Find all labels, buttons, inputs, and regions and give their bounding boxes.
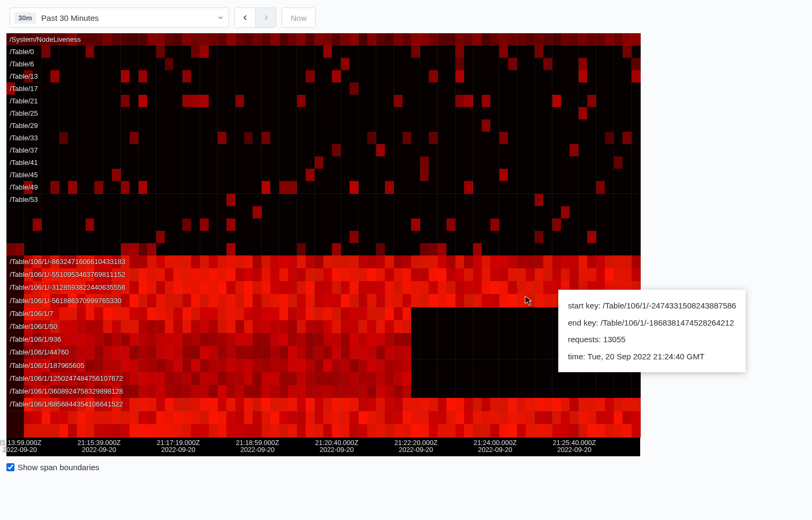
heatmap-cell[interactable] xyxy=(200,385,209,398)
heatmap-cell[interactable] xyxy=(262,70,271,83)
heatmap-cell[interactable] xyxy=(605,372,614,386)
heatmap-cell[interactable] xyxy=(438,307,447,321)
heatmap-cell[interactable] xyxy=(42,372,51,386)
heatmap-cell[interactable] xyxy=(508,33,517,46)
heatmap-cell[interactable] xyxy=(68,82,77,95)
heatmap-cell[interactable] xyxy=(499,333,509,346)
heatmap-cell[interactable] xyxy=(253,206,262,219)
heatmap-cell[interactable] xyxy=(209,359,218,373)
heatmap-cell[interactable] xyxy=(112,385,121,398)
heatmap-cell[interactable] xyxy=(236,218,245,231)
heatmap-cell[interactable] xyxy=(473,294,482,307)
heatmap-cell[interactable] xyxy=(464,346,473,359)
heatmap-cell[interactable] xyxy=(323,144,332,157)
heatmap-cell[interactable] xyxy=(15,243,24,256)
heatmap-cell[interactable] xyxy=(86,294,95,307)
heatmap-cell[interactable] xyxy=(315,33,324,46)
heatmap-cell[interactable] xyxy=(112,156,121,169)
heatmap-cell[interactable] xyxy=(490,169,499,182)
heatmap-cell[interactable] xyxy=(632,218,641,231)
heatmap-cell[interactable] xyxy=(464,70,473,83)
heatmap-cell[interactable] xyxy=(552,194,561,207)
heatmap-cell[interactable] xyxy=(632,58,641,71)
heatmap-cell[interactable] xyxy=(94,46,103,58)
heatmap-cell[interactable] xyxy=(456,95,465,108)
heatmap-cell[interactable] xyxy=(411,206,420,219)
heatmap-cell[interactable] xyxy=(526,281,535,295)
heatmap-cell[interactable] xyxy=(596,194,605,207)
heatmap-cell[interactable] xyxy=(508,346,517,359)
heatmap-cell[interactable] xyxy=(130,281,139,295)
heatmap-cell[interactable] xyxy=(77,231,86,244)
heatmap-cell[interactable] xyxy=(473,46,482,58)
heatmap-cell[interactable] xyxy=(183,320,192,334)
heatmap-cell[interactable] xyxy=(279,281,289,295)
heatmap-cell[interactable] xyxy=(33,294,42,307)
heatmap-cell[interactable] xyxy=(632,156,641,169)
heatmap-cell[interactable] xyxy=(130,268,139,282)
heatmap-cell[interactable] xyxy=(332,243,341,256)
heatmap-cell[interactable] xyxy=(165,385,174,398)
heatmap-cell[interactable] xyxy=(341,307,350,321)
heatmap-cell[interactable] xyxy=(332,372,341,386)
heatmap-cell[interactable] xyxy=(341,385,350,398)
heatmap-cell[interactable] xyxy=(341,169,350,182)
heatmap-cell[interactable] xyxy=(209,372,218,386)
heatmap-cell[interactable] xyxy=(623,132,632,145)
heatmap-cell[interactable] xyxy=(438,58,447,71)
heatmap-cell[interactable] xyxy=(543,307,552,321)
heatmap-cell[interactable] xyxy=(367,372,376,386)
heatmap-cell[interactable] xyxy=(173,398,183,411)
heatmap-cell[interactable] xyxy=(499,424,509,438)
heatmap-cell[interactable] xyxy=(587,206,596,219)
heatmap-cell[interactable] xyxy=(103,359,112,373)
heatmap-cell[interactable] xyxy=(385,333,394,346)
heatmap-cell[interactable] xyxy=(165,144,174,157)
heatmap-cell[interactable] xyxy=(253,156,262,169)
heatmap-cell[interactable] xyxy=(543,95,552,108)
heatmap-cell[interactable] xyxy=(456,281,465,295)
heatmap-cell[interactable] xyxy=(429,156,438,169)
heatmap-cell[interactable] xyxy=(270,243,279,256)
heatmap-cell[interactable] xyxy=(543,372,552,386)
heatmap-cell[interactable] xyxy=(350,385,359,398)
heatmap-cell[interactable] xyxy=(543,268,552,282)
heatmap-cell[interactable] xyxy=(376,268,385,282)
heatmap-cell[interactable] xyxy=(191,372,200,386)
heatmap-cell[interactable] xyxy=(130,372,139,386)
heatmap-cell[interactable] xyxy=(394,372,403,386)
heatmap-cell[interactable] xyxy=(270,181,279,194)
heatmap-cell[interactable] xyxy=(376,385,385,398)
heatmap-cell[interactable] xyxy=(438,372,447,386)
heatmap-cell[interactable] xyxy=(499,281,509,295)
heatmap-cell[interactable] xyxy=(411,307,420,321)
heatmap-cell[interactable] xyxy=(367,169,376,182)
heatmap-cell[interactable] xyxy=(42,33,51,46)
heatmap-cell[interactable] xyxy=(165,119,174,132)
heatmap-cell[interactable] xyxy=(200,218,209,231)
heatmap-cell[interactable] xyxy=(24,206,33,219)
heatmap-cell[interactable] xyxy=(438,281,447,295)
heatmap-cell[interactable] xyxy=(226,398,236,411)
heatmap-cell[interactable] xyxy=(50,156,59,169)
heatmap-cell[interactable] xyxy=(490,107,499,120)
heatmap-cell[interactable] xyxy=(394,231,403,244)
heatmap-cell[interactable] xyxy=(112,206,121,219)
heatmap-cell[interactable] xyxy=(59,156,69,169)
heatmap-cell[interactable] xyxy=(191,307,200,321)
heatmap-cell[interactable] xyxy=(411,243,420,256)
heatmap-cell[interactable] xyxy=(438,156,447,169)
heatmap-cell[interactable] xyxy=(288,119,297,132)
heatmap-cell[interactable] xyxy=(147,181,156,194)
heatmap-cell[interactable] xyxy=(59,333,69,346)
heatmap-cell[interactable] xyxy=(323,169,332,182)
heatmap-cell[interactable] xyxy=(473,333,482,346)
heatmap-cell[interactable] xyxy=(579,46,588,58)
heatmap-cell[interactable] xyxy=(552,385,561,398)
heatmap-cell[interactable] xyxy=(385,255,394,269)
heatmap-cell[interactable] xyxy=(543,70,552,83)
heatmap-cell[interactable] xyxy=(173,231,183,244)
heatmap-cell[interactable] xyxy=(86,107,95,120)
heatmap-cell[interactable] xyxy=(226,169,236,182)
heatmap-cell[interactable] xyxy=(183,206,192,219)
